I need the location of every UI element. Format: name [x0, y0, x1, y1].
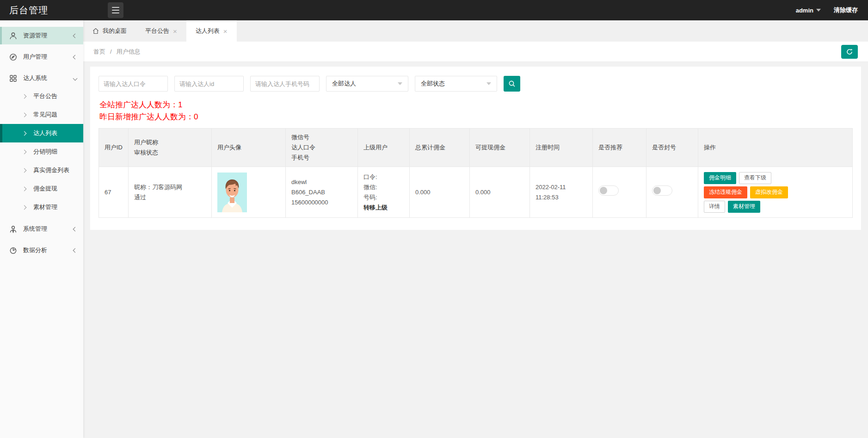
clear-cache-button[interactable]: 清除缓存 [834, 6, 858, 14]
chevron-right-icon [22, 168, 27, 173]
compass-icon [9, 53, 17, 61]
sidebar-subitem-platform-announcement[interactable]: 平台公告 [0, 87, 83, 105]
app-title: 后台管理 [0, 4, 98, 17]
chevron-right-icon [22, 94, 27, 99]
talent-type-select[interactable]: 全部达人 [326, 76, 408, 92]
refresh-icon [846, 48, 853, 56]
chevron-right-icon [22, 112, 27, 117]
sidebar-subitem-real-commission-list[interactable]: 真实佣金列表 [0, 161, 83, 179]
cell-user-id: 67 [99, 167, 129, 218]
parent-wechat-label: 微信: [363, 182, 404, 192]
col-actions: 操作 [698, 129, 853, 167]
cell-is-recommended [593, 167, 646, 218]
filter-bar: 全部达人 全部状态 [98, 76, 853, 92]
detail-button[interactable]: 详情 [704, 201, 725, 213]
home-icon [92, 28, 99, 34]
chevron-right-icon [22, 186, 27, 191]
hamburger-menu-icon[interactable] [108, 2, 123, 18]
chevron-left-icon [73, 33, 78, 38]
sidebar-item-label: 用户管理 [23, 53, 74, 61]
breadcrumb: 首页 / 用户信息 [93, 48, 141, 56]
transfer-parent-link[interactable]: 转移上级 [363, 203, 404, 213]
col-withdrawable-commission: 可提现佣金 [470, 129, 530, 167]
tab-label: 我的桌面 [103, 27, 127, 35]
search-icon [508, 80, 516, 87]
sidebar-subitem-label: 常见问题 [33, 111, 57, 119]
freeze-commission-button[interactable]: 冻结违规佣金 [704, 186, 747, 198]
register-date: 2022-02-11 [536, 182, 587, 192]
commission-detail-button[interactable]: 佣金明细 [704, 172, 736, 184]
register-clock: 11:28:53 [536, 192, 587, 203]
phone-number: 15600000000 [291, 197, 352, 208]
breadcrumb-bar: 首页 / 用户信息 [83, 42, 868, 62]
sidebar-subitem-material-manage[interactable]: 素材管理 [0, 198, 83, 216]
material-manage-button[interactable]: 素材管理 [728, 201, 760, 213]
sidebar-item-data-analysis[interactable]: 数据分析 [0, 241, 83, 259]
tab-talent-list[interactable]: 达人列表 × [186, 20, 237, 42]
table-header-row: 用户ID 用户昵称审核状态 用户头像 微信号达人口令手机号 上级用户 总累计佣金… [99, 129, 853, 167]
chevron-right-icon [22, 205, 27, 210]
cell-actions: 佣金明细 查看下级 冻结违规佣金 虚拟改佣金 详情 素材管理 [698, 167, 853, 218]
sidebar-subitem-commission-withdraw[interactable]: 佣金提现 [0, 179, 83, 198]
cell-register-time: 2022-02-11 11:28:53 [530, 167, 593, 218]
ban-toggle[interactable] [652, 185, 672, 196]
chevron-left-icon [73, 227, 78, 231]
sidebar-item-label: 数据分析 [23, 246, 74, 254]
chevron-left-icon [73, 55, 78, 59]
tab-platform-announcement[interactable]: 平台公告 × [136, 20, 186, 42]
close-icon[interactable]: × [173, 28, 177, 35]
chevron-down-icon [486, 82, 491, 85]
sidebar-item-users[interactable]: 用户管理 [0, 48, 83, 66]
person-icon [9, 32, 17, 40]
refresh-button[interactable] [841, 45, 858, 59]
sidebar-subitem-label: 分销明细 [33, 148, 57, 156]
col-avatar: 用户头像 [212, 129, 286, 167]
sidebar-subitem-label: 平台公告 [33, 92, 57, 100]
sidebar-subitem-label: 达人列表 [33, 129, 57, 137]
sidebar-subitem-talent-list[interactable]: 达人列表 [0, 124, 83, 142]
virtual-commission-button[interactable]: 虚拟改佣金 [750, 186, 788, 198]
col-wechat-code-phone: 微信号达人口令手机号 [286, 129, 358, 167]
stat-new-promoters: 昨日新增推广达人人数为：0 [99, 111, 852, 123]
close-icon[interactable]: × [223, 28, 228, 35]
col-total-commission: 总累计佣金 [410, 129, 470, 167]
sidebar-subitem-label: 真实佣金列表 [33, 166, 69, 174]
col-parent-user: 上级用户 [358, 129, 410, 167]
col-nickname-status: 用户昵称审核状态 [129, 129, 212, 167]
talent-id-input[interactable] [174, 76, 244, 92]
sidebar-item-label: 达人系统 [23, 74, 74, 82]
talent-code-input[interactable] [98, 76, 168, 92]
avatar[interactable] [217, 173, 247, 212]
sidebar-item-label: 系统管理 [23, 225, 74, 233]
tab-label: 平台公告 [145, 27, 169, 35]
sidebar-item-talent-system[interactable]: 达人系统 [0, 69, 83, 87]
tab-my-desktop[interactable]: 我的桌面 [83, 20, 136, 42]
recommend-toggle[interactable] [598, 185, 619, 196]
cell-withdrawable-commission: 0.000 [470, 167, 530, 218]
user-menu[interactable]: admin [796, 7, 821, 14]
breadcrumb-home[interactable]: 首页 [93, 48, 105, 56]
audit-status: 通过 [134, 192, 206, 203]
talent-table: 用户ID 用户昵称审核状态 用户头像 微信号达人口令手机号 上级用户 总累计佣金… [98, 128, 853, 218]
cell-parent-user: 口令: 微信: 号码: 转移上级 [358, 167, 410, 218]
chevron-down-icon [398, 82, 402, 85]
sidebar-subitem-faq[interactable]: 常见问题 [0, 105, 83, 124]
sidebar-subitem-distribution-detail[interactable]: 分销明细 [0, 142, 83, 161]
search-button[interactable] [504, 76, 520, 92]
wechat-id: dkewl [291, 177, 352, 187]
chevron-right-icon [22, 131, 27, 136]
sidebar-item-resources[interactable]: 资源管理 [0, 27, 83, 44]
grid-icon [9, 74, 17, 82]
sidebar-item-system[interactable]: 系统管理 [0, 220, 83, 238]
cell-wechat-code-phone: dkewl B606_DAAB 15600000000 [286, 167, 358, 218]
col-is-banned: 是否封号 [646, 129, 698, 167]
col-register-time: 注册时间 [530, 129, 593, 167]
person-tie-icon [9, 225, 17, 233]
tab-bar: 我的桌面 平台公告 × 达人列表 × [83, 20, 868, 42]
chevron-down-icon [816, 9, 821, 12]
status-select[interactable]: 全部状态 [415, 76, 497, 92]
sidebar: 资源管理 用户管理 达人系统 平台公告 常见问题 达人列表 分销明细 真实佣金列… [0, 20, 83, 438]
breadcrumb-current: 用户信息 [117, 48, 141, 56]
view-subordinates-button[interactable]: 查看下级 [739, 172, 771, 184]
talent-phone-input[interactable] [250, 76, 320, 92]
